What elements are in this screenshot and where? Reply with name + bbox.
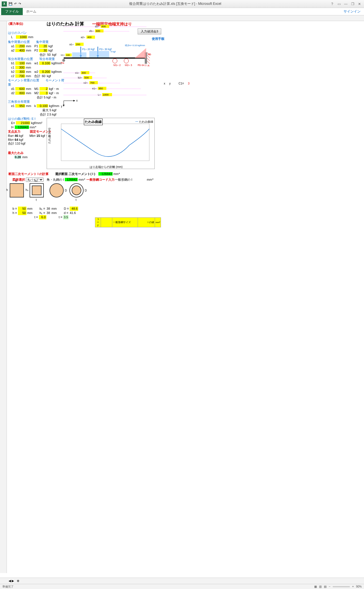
svg-text:Rb 64.1: Rb 64.1	[138, 64, 147, 67]
svg-text:a2=: a2=	[81, 36, 85, 39]
span-label: はりのスパン	[8, 31, 65, 35]
d1-input[interactable]: 600	[15, 87, 25, 90]
usage-panel: 使用手順	[152, 37, 300, 41]
P2-input[interactable]: 30	[39, 49, 47, 52]
redo-icon[interactable]: ↷	[18, 2, 21, 6]
row-headers	[0, 21, 7, 573]
b2-input[interactable]: 300	[15, 70, 25, 73]
signin-link[interactable]: サインイン	[340, 8, 364, 15]
svg-text:5 kgf: 5 kgf	[111, 50, 116, 53]
svg-marker-60	[63, 105, 65, 106]
svg-text:Mb: Mb	[148, 53, 151, 56]
svg-text:400: 400	[87, 36, 92, 39]
svg-text:100: 100	[66, 54, 70, 56]
M2-input[interactable]: 3	[40, 91, 48, 95]
help-icon[interactable]: ?	[329, 2, 335, 6]
svg-text:600: 600	[96, 30, 100, 32]
excel-icon: X	[2, 1, 7, 7]
k-input[interactable]: 0.100	[37, 104, 48, 108]
svg-text:はり左端からの距離 (mm): はり左端からの距離 (mm)	[90, 165, 123, 168]
svg-text:傾きk= 0.10 kgf/mm: 傾きk= 0.10 kgf/mm	[125, 44, 145, 47]
file-tab[interactable]: ファイル	[1, 8, 23, 15]
svg-text:1000: 1000	[103, 93, 109, 96]
svg-point-14	[113, 59, 117, 63]
t-input[interactable]: 6.0	[39, 215, 46, 219]
svg-rect-11	[72, 52, 86, 57]
svg-text:950: 950	[99, 87, 103, 90]
save-icon[interactable]: 💾	[9, 2, 13, 6]
svg-text:たわみ (mm): たわみ (mm)	[48, 128, 51, 144]
svg-text:y: y	[61, 105, 62, 108]
D-input[interactable]: 48.6	[70, 207, 78, 211]
svg-text:P2=   30 kgf: P2= 30 kgf	[99, 48, 112, 51]
steel-table: コード一般形鋼サイズI の値mm⁴	[95, 217, 161, 227]
worksheet[interactable]: (重力単位) はりのたわみ 計算 一端固定他端支持はり 入力値消去3 使用手順 …	[7, 21, 364, 573]
unit-label: (重力単位)	[9, 22, 23, 26]
c1-input[interactable]: 300	[15, 66, 25, 69]
minimize-icon[interactable]: —	[343, 2, 349, 6]
a1-input[interactable]: 200	[15, 44, 25, 48]
svg-text:M1= 2: M1= 2	[113, 64, 121, 67]
svg-text:d1=: d1=	[89, 30, 94, 32]
svg-text:c2=: c2=	[84, 81, 88, 84]
usage-header: 使用手順	[152, 37, 300, 41]
svg-line-5	[147, 58, 150, 61]
svg-text:a1=: a1=	[69, 43, 74, 46]
b1-input[interactable]: 100	[15, 61, 25, 65]
svg-marker-13	[135, 48, 146, 58]
w1-input[interactable]: 0.100	[39, 61, 51, 65]
column-headers	[0, 15, 364, 21]
shape-diagrams: b h b₁ h₁ t D D t	[10, 183, 84, 197]
svg-text:M2= 3: M2= 3	[125, 64, 132, 67]
svg-text:x: x	[76, 99, 78, 102]
svg-text:e1=: e1=	[92, 87, 96, 90]
h-input[interactable]: 50	[18, 211, 26, 215]
close-icon[interactable]: ✕	[357, 2, 362, 6]
ribbon-tab[interactable]: ホーム	[23, 8, 40, 15]
svg-text:L=: L=	[98, 93, 101, 96]
P1-input[interactable]: 20	[39, 44, 47, 48]
svg-text:800: 800	[102, 25, 106, 28]
c2-input[interactable]: 700	[15, 74, 25, 78]
chart-title: たわみ曲線	[84, 119, 103, 125]
beam-diagram: M1= 2 M2= 3 Ra Rb 64.1 Mb R d2=800 d1=60…	[61, 24, 152, 104]
deflection-chart: たわみ曲線 ━ たわみ曲線 たわみ (mm) はり左端からの距離 (mm)	[47, 118, 155, 169]
e1-input[interactable]: 950	[15, 104, 25, 108]
E-input[interactable]: 21000	[16, 121, 30, 125]
I-input[interactable]: 126843	[15, 125, 29, 129]
window-title: 複合荷重はりのたわみ計算.xls [互換モード] - Microsoft Exc…	[21, 1, 329, 6]
xy-table: xyC1=3	[158, 81, 192, 86]
svg-text:b2=: b2=	[78, 76, 82, 79]
M1-input[interactable]: 2	[40, 87, 48, 90]
svg-text:Ra: Ra	[61, 61, 64, 64]
d2-input[interactable]: 800	[15, 91, 25, 95]
svg-text:200: 200	[76, 43, 80, 46]
svg-text:P1=   20 kgf: P1= 20 kgf	[82, 48, 95, 51]
ribbon-toggle-icon[interactable]: ▭	[336, 2, 342, 6]
svg-line-6	[147, 61, 150, 64]
svg-rect-12	[89, 51, 109, 57]
svg-text:700: 700	[90, 81, 94, 84]
maximize-icon[interactable]: ❐	[350, 2, 355, 6]
b-input[interactable]: 50	[18, 207, 26, 211]
svg-text:R: R	[148, 64, 150, 67]
svg-text:d2=: d2=	[95, 25, 99, 28]
L-input[interactable]: 1000	[16, 35, 27, 39]
svg-text:500: 500	[84, 76, 89, 79]
title-bar: X 💾 ↶ ↷ 複合荷重はりのたわみ計算.xls [互換モード] - Micro…	[0, 0, 364, 8]
undo-icon[interactable]: ↶	[14, 2, 17, 6]
svg-text:b1=: b1=	[61, 54, 65, 56]
svg-rect-69	[61, 124, 149, 161]
I-calc-header: 断面二次モーメント I の計算	[9, 172, 49, 176]
w2-input[interactable]: 0.200	[39, 70, 51, 73]
svg-point-16	[124, 59, 129, 63]
svg-marker-57	[73, 100, 75, 102]
a2-input[interactable]: 400	[15, 49, 25, 52]
ribbon: ファイル ホーム サインイン	[0, 8, 364, 15]
